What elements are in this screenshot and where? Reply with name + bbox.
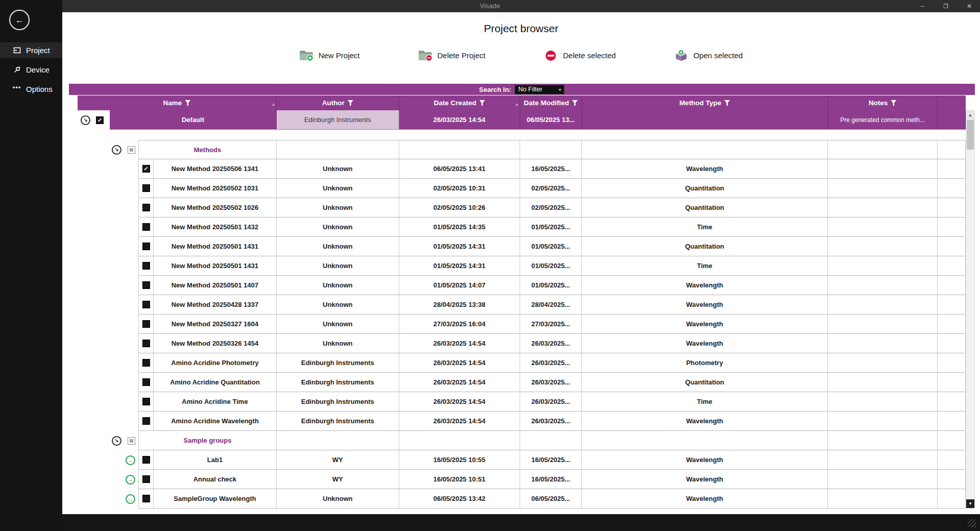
minimize-icon[interactable] xyxy=(917,3,928,10)
device-icon xyxy=(13,66,21,74)
table-row[interactable]: New Method 20250326 1454Unknown26/03/202… xyxy=(78,334,966,353)
open-selected-button[interactable]: Open selected xyxy=(674,49,743,62)
row-checkbox[interactable] xyxy=(142,301,150,308)
row-checkbox[interactable] xyxy=(142,204,150,211)
table-row[interactable]: Amino Acridine PhotometryEdinburgh Instr… xyxy=(78,353,966,373)
scroll-up-icon[interactable] xyxy=(966,111,974,119)
table-row[interactable]: Amino Acridine TimeEdinburgh Instruments… xyxy=(78,392,966,412)
sidebar-item-device[interactable]: Device xyxy=(0,62,62,78)
toolbar: New Project Delete Project Delete select… xyxy=(62,49,980,62)
row-checkbox[interactable] xyxy=(142,281,150,289)
table-row[interactable]: New Method 20250506 1341Unknown06/05/202… xyxy=(78,159,966,179)
filter-funnel-icon[interactable] xyxy=(479,100,485,106)
column-header-extra xyxy=(938,95,966,110)
row-checkbox[interactable] xyxy=(142,359,150,367)
row-checkbox[interactable] xyxy=(142,223,150,231)
column-header-name[interactable]: Name xyxy=(78,95,277,110)
table-row[interactable]: New Method 20250501 1431Unknown01/05/202… xyxy=(78,256,966,276)
date-modified-cell: 01/05/2025... xyxy=(520,276,582,295)
table-row[interactable]: New Method 20250428 1337Unknown28/04/202… xyxy=(78,295,966,315)
table-row[interactable]: New Method 20250502 1031Unknown02/05/202… xyxy=(78,179,966,198)
back-button[interactable] xyxy=(9,10,30,30)
group-checkbox[interactable] xyxy=(128,146,135,154)
project-checkbox[interactable] xyxy=(96,116,104,124)
date-created-cell: 01/05/2025 14:35 xyxy=(399,218,520,237)
window-title: Visade xyxy=(0,2,980,10)
table-row[interactable]: New Method 20250501 1431Unknown01/05/202… xyxy=(78,237,966,256)
column-header-method-type[interactable]: Method Type xyxy=(582,95,828,110)
delete-selected-button[interactable]: Delete selected xyxy=(544,49,616,62)
name-cell: New Method 20250506 1341 xyxy=(153,159,277,179)
table-row[interactable]: New Method 20250501 1432Unknown01/05/202… xyxy=(78,218,966,237)
group-header-row[interactable]: Methods xyxy=(78,140,966,159)
checkbox-cell xyxy=(138,315,153,334)
date-modified-cell: 06/05/2025... xyxy=(520,489,582,509)
column-header-author[interactable]: Author xyxy=(277,95,399,110)
group-checkbox[interactable] xyxy=(128,437,135,445)
scroll-down-icon[interactable] xyxy=(966,499,974,508)
column-header-label: Date Modified xyxy=(524,99,569,107)
table-row[interactable]: New Method 20250327 1604Unknown27/03/202… xyxy=(78,315,966,334)
delete-project-button[interactable]: Delete Project xyxy=(419,49,485,62)
extra-cell xyxy=(938,334,966,353)
filter-funnel-icon[interactable] xyxy=(185,100,190,106)
row-checkbox[interactable] xyxy=(142,495,150,502)
table-row[interactable]: Annual checkWY16/05/2025 10:5116/05/2025… xyxy=(78,470,966,489)
row-checkbox[interactable] xyxy=(142,417,150,425)
delete-project-icon xyxy=(419,49,432,62)
row-checkbox[interactable] xyxy=(142,456,150,464)
method-type-cell: Wavelength xyxy=(582,315,828,334)
date-modified-cell xyxy=(520,431,582,450)
table-row[interactable]: Lab1WY16/05/2025 10:5516/05/2025...Wavel… xyxy=(78,450,966,470)
new-project-button[interactable]: New Project xyxy=(300,49,360,62)
extra-cell xyxy=(938,198,966,218)
name-cell: SampleGroup Wavelength xyxy=(153,489,277,509)
date-created-cell: 16/05/2025 10:55 xyxy=(399,450,520,470)
resize-grip-icon[interactable] xyxy=(968,519,976,527)
column-header-date-created[interactable]: Date Created xyxy=(399,95,520,110)
row-checkbox[interactable] xyxy=(142,262,150,270)
table-row[interactable]: New Method 20250502 1026Unknown02/05/202… xyxy=(78,198,966,218)
open-arrow-icon[interactable] xyxy=(126,475,135,485)
open-arrow-icon[interactable] xyxy=(126,494,135,504)
group-header-row[interactable]: Sample groups xyxy=(78,431,966,450)
collapse-icon[interactable] xyxy=(112,436,121,446)
notes-cell xyxy=(828,295,938,315)
row-checkbox[interactable] xyxy=(142,340,150,347)
toolbar-button-label: New Project xyxy=(318,51,360,60)
row-checkbox[interactable] xyxy=(142,398,150,405)
sidebar-item-options[interactable]: ••• Options xyxy=(0,81,62,97)
close-icon[interactable] xyxy=(964,3,975,10)
sidebar-item-project[interactable]: Project xyxy=(0,42,62,58)
open-arrow-icon[interactable] xyxy=(126,455,135,465)
row-checkbox[interactable] xyxy=(142,165,150,173)
project-row[interactable]: Default Edinburgh Instruments 26/03/2025… xyxy=(78,110,966,130)
checkbox-cell xyxy=(138,392,153,412)
row-checkbox[interactable] xyxy=(142,184,150,192)
table-row[interactable]: New Method 20250501 1407Unknown01/05/202… xyxy=(78,276,966,295)
vertical-scrollbar[interactable] xyxy=(966,110,975,509)
search-in-dropdown[interactable]: No Filter xyxy=(514,85,565,94)
maximize-icon[interactable] xyxy=(940,3,951,10)
row-checkbox[interactable] xyxy=(142,475,150,483)
table-row[interactable]: SampleGroup WavelengthUnknown06/05/2025 … xyxy=(78,489,966,509)
column-header-date-modified[interactable]: Date Modified xyxy=(520,95,582,110)
filter-funnel-icon[interactable] xyxy=(724,100,730,106)
filter-funnel-icon[interactable] xyxy=(891,100,896,106)
author-cell: Unknown xyxy=(277,489,399,509)
table-row[interactable]: Amino Acridine WavelengthEdinburgh Instr… xyxy=(78,412,966,431)
filter-funnel-icon[interactable] xyxy=(572,100,578,106)
column-header-notes[interactable]: Notes xyxy=(828,95,938,110)
filter-funnel-icon[interactable] xyxy=(348,100,353,106)
checkbox-cell xyxy=(138,373,153,392)
notes-cell xyxy=(828,450,938,470)
date-modified-cell: 01/05/2025... xyxy=(520,237,582,256)
collapse-icon[interactable] xyxy=(112,145,121,155)
scrollbar-thumb[interactable] xyxy=(967,120,974,150)
sidebar-item-label: Options xyxy=(26,85,53,93)
collapse-icon[interactable] xyxy=(81,115,90,125)
row-checkbox[interactable] xyxy=(142,320,150,328)
row-checkbox[interactable] xyxy=(142,243,150,250)
row-checkbox[interactable] xyxy=(142,378,150,386)
table-row[interactable]: Amino Acridine QuantitationEdinburgh Ins… xyxy=(78,373,966,392)
